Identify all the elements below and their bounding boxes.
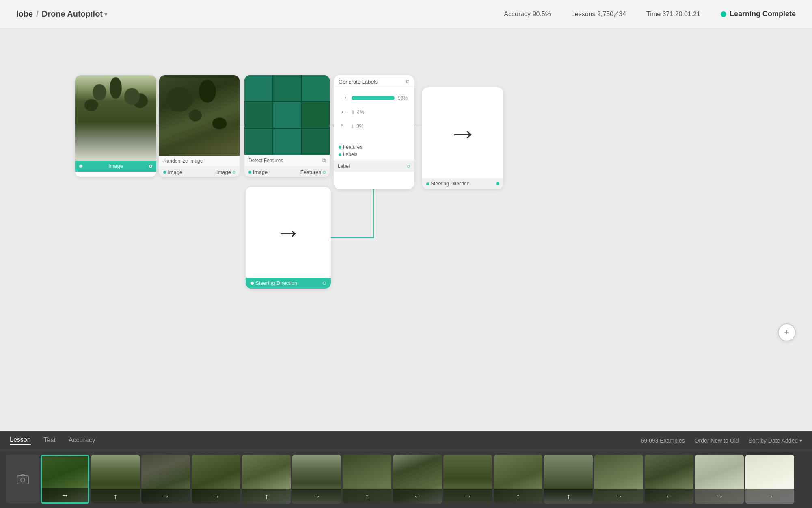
breadcrumb-separator: / <box>36 9 39 19</box>
tab-lesson[interactable]: Lesson <box>10 436 31 445</box>
thumbnail-item[interactable]: ↑ <box>544 455 593 504</box>
thumbnail-item[interactable]: → <box>745 455 794 504</box>
sort-label: Sort by Date Added <box>749 437 798 444</box>
thumbnail-item[interactable]: ← <box>645 455 693 504</box>
thumb-arrow-icon: ↑ <box>566 492 570 501</box>
thumbnail-item[interactable]: → <box>41 455 89 504</box>
thumb-label-overlay: → <box>141 489 190 504</box>
thumb-label-overlay: → <box>42 488 88 502</box>
image-node-label: Image <box>108 163 123 169</box>
add-node-button[interactable]: + <box>778 323 796 341</box>
thumbnail-item[interactable]: ← <box>393 455 442 504</box>
tab-accuracy[interactable]: Accuracy <box>69 436 95 445</box>
lessons-stat: Lessons 2,750,434 <box>571 11 626 18</box>
thumb-label-overlay: ← <box>645 489 693 504</box>
steering-output-port <box>496 182 499 185</box>
generate-features-label: Features <box>343 144 362 150</box>
thumb-arrow-icon: ← <box>413 492 421 501</box>
steering-label: Steering Direction <box>431 181 469 187</box>
project-name[interactable]: Drone Autopilot ▾ <box>42 9 107 19</box>
generate-row-left: ← 4% <box>340 108 408 116</box>
app-header: lobe / Drone Autopilot ▾ Accuracy 90.5% … <box>0 0 812 28</box>
image-node-footer: Image <box>75 161 156 172</box>
thumbnail-item[interactable]: → <box>594 455 643 504</box>
order-label: Order New to Old <box>695 437 739 444</box>
detect-grid-preview <box>244 75 330 155</box>
detect-features-node[interactable]: Detect Features ⧉ Image Features <box>244 75 330 177</box>
image-input-node[interactable]: Image <box>75 75 156 177</box>
randomize-output-label: Image <box>216 169 231 175</box>
randomize-title: Randomize Image <box>163 158 203 164</box>
arrow-right-icon: → <box>340 93 348 102</box>
thumb-arrow-icon: ↑ <box>516 492 520 501</box>
thumbnail-item[interactable]: → <box>292 455 341 504</box>
randomize-node[interactable]: Randomize Image Image Image <box>159 75 240 177</box>
bar-left: 4% <box>352 109 408 115</box>
bottom-tab-bar: Lesson Test Accuracy 69,093 Examples Ord… <box>0 431 812 450</box>
thumb-label-overlay: ↑ <box>494 489 542 504</box>
thumb-arrow-icon: → <box>162 492 170 501</box>
generate-io-section: Features Labels <box>334 143 414 161</box>
thumbnail-item[interactable]: ↑ <box>91 455 140 504</box>
prediction-footer: Steering Direction <box>246 278 331 289</box>
thumb-label-overlay: → <box>192 489 240 504</box>
tab-test[interactable]: Test <box>44 436 56 445</box>
thumbnail-item[interactable]: ↑ <box>242 455 291 504</box>
generate-row-right: → 93% <box>340 93 408 102</box>
generate-copy-icon[interactable]: ⧉ <box>406 78 409 85</box>
header-stats: Accuracy 90.5% Lessons 2,750,434 Time 37… <box>504 10 796 18</box>
thumb-label-overlay: ↑ <box>343 489 391 504</box>
thumb-label-overlay: → <box>443 489 492 504</box>
thumbnail-item[interactable]: → <box>695 455 744 504</box>
detect-footer: Image Features <box>244 167 330 177</box>
bottom-stats-bar: 69,093 Examples Order New to Old Sort by… <box>641 437 802 444</box>
generate-bars: → 93% ← 4% ↑ <box>334 87 414 143</box>
detect-copy-icon[interactable]: ⧉ <box>322 157 326 164</box>
thumb-arrow-icon: → <box>464 492 472 501</box>
node-image-preview <box>75 75 156 161</box>
thumbnail-item[interactable]: ↑ <box>343 455 391 504</box>
camera-icon <box>15 472 30 486</box>
thumb-arrow-icon: ← <box>665 492 673 501</box>
prediction-arrow-container: → <box>246 187 331 278</box>
randomize-preview <box>159 75 240 156</box>
plus-icon: + <box>784 327 790 338</box>
examples-count: 69,093 Examples <box>641 437 685 444</box>
pct-left: 4% <box>357 109 364 115</box>
input-port-icon <box>79 165 82 168</box>
thumb-arrow-icon: ↑ <box>365 492 369 501</box>
prediction-input-port <box>251 282 254 285</box>
svg-rect-7 <box>17 476 28 484</box>
generate-footer: Label <box>334 161 414 172</box>
generate-labels-node[interactable]: Generate Labels ⧉ → 93% ← <box>334 75 414 189</box>
sort-chevron-icon: ▾ <box>799 437 802 444</box>
app-logo[interactable]: lobe / Drone Autopilot ▾ <box>16 9 107 19</box>
prediction-label: Steering Direction <box>255 280 297 286</box>
prediction-node[interactable]: → Steering Direction <box>246 187 331 289</box>
generate-row-up: ↑ 3% <box>340 122 408 130</box>
detect-output-port <box>323 171 326 174</box>
randomize-input-port <box>163 171 166 174</box>
sort-button[interactable]: Sort by Date Added ▾ <box>749 437 802 444</box>
thumbnail-item[interactable]: → <box>443 455 492 504</box>
steering-output-node[interactable]: → Steering Direction <box>422 87 503 189</box>
bar-up-fill <box>352 124 353 128</box>
thumb-arrow-icon: → <box>61 491 69 500</box>
camera-add-button[interactable] <box>6 455 39 504</box>
randomize-input-label: Image <box>168 169 182 175</box>
thumbnail-item[interactable]: → <box>141 455 190 504</box>
pct-right: 93% <box>398 95 408 101</box>
randomize-title-bar: Randomize Image <box>159 156 240 167</box>
thumbnail-item[interactable]: → <box>192 455 240 504</box>
thumb-arrow-icon: ↑ <box>113 492 117 501</box>
pipeline-canvas: Image Randomize Image Image Image <box>0 28 812 431</box>
steering-arrow-icon: → <box>448 118 477 148</box>
time-stat: Time 371:20:01.21 <box>646 11 700 18</box>
detect-title: Detect Features <box>248 158 283 163</box>
thumb-arrow-icon: → <box>313 492 321 501</box>
steering-footer: Steering Direction <box>422 178 503 189</box>
bar-right: 93% <box>352 95 408 101</box>
thumbnail-item[interactable]: ↑ <box>494 455 542 504</box>
thumb-label-overlay: → <box>695 489 744 504</box>
accuracy-stat: Accuracy 90.5% <box>504 11 551 18</box>
